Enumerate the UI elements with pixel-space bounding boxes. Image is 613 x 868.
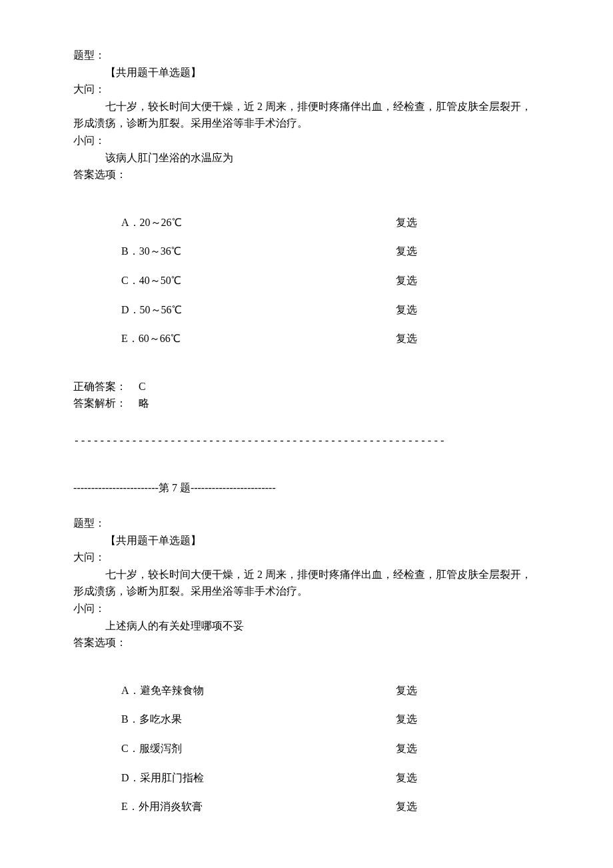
- q7-dawen-label: 大问：: [73, 549, 540, 566]
- q6-option-d[interactable]: D．50～56℃: [73, 301, 361, 319]
- q6-analysis-row: 答案解析： 略: [73, 395, 540, 412]
- q6-xiaowen-text: 该病人肛门坐浴的水温应为: [73, 149, 540, 167]
- q7-type-value: 【共用题干单选题】: [73, 532, 540, 549]
- q6-xiaowen-label: 小问：: [73, 132, 540, 149]
- fuxuan-label[interactable]: 复选: [361, 330, 417, 347]
- q7-option-c[interactable]: C．服缓泻剂: [73, 740, 361, 757]
- q7-option-row: E．外用消炎软膏 复选: [73, 798, 540, 815]
- q6-correct-label: 正确答案：: [73, 378, 127, 395]
- q6-option-row: D．50～56℃ 复选: [73, 301, 540, 319]
- q6-option-row: C．40～50℃ 复选: [73, 272, 540, 289]
- fuxuan-label[interactable]: 复选: [361, 301, 417, 319]
- q7-xiaowen-label: 小问：: [73, 600, 540, 617]
- q6-correct-row: 正确答案： C: [73, 378, 540, 395]
- fuxuan-label[interactable]: 复选: [361, 740, 417, 757]
- q7-option-e[interactable]: E．外用消炎软膏: [73, 798, 361, 815]
- q7-option-d[interactable]: D．采用肛门指检: [73, 769, 361, 787]
- q6-option-row: A．20～26℃ 复选: [73, 214, 540, 231]
- q7-option-b[interactable]: B．多吃水果: [73, 711, 361, 728]
- q6-option-c[interactable]: C．40～50℃: [73, 272, 361, 289]
- fuxuan-label[interactable]: 复选: [361, 711, 417, 728]
- q7-dawen-text: 七十岁，较长时间大便干燥，近 2 周来，排便时疼痛伴出血，经检查，肛管皮肤全层裂…: [73, 566, 540, 600]
- q7-xiaowen-text: 上述病人的有关处理哪项不妥: [73, 617, 540, 635]
- fuxuan-label[interactable]: 复选: [361, 214, 417, 231]
- fuxuan-label[interactable]: 复选: [361, 272, 417, 289]
- q6-option-a[interactable]: A．20～26℃: [73, 214, 361, 231]
- fuxuan-label[interactable]: 复选: [361, 682, 417, 699]
- q7-option-row: B．多吃水果 复选: [73, 711, 540, 728]
- q7-option-row: A．避免辛辣食物 复选: [73, 682, 540, 699]
- q6-type-value: 【共用题干单选题】: [73, 64, 540, 81]
- q6-analysis-value: 略: [127, 395, 149, 412]
- q6-option-row: E．60～66℃ 复选: [73, 330, 540, 347]
- fuxuan-label[interactable]: 复选: [361, 243, 417, 260]
- q6-option-b[interactable]: B．30～36℃: [73, 243, 361, 260]
- q6-analysis-label: 答案解析：: [73, 395, 127, 412]
- q6-correct-value: C: [127, 378, 146, 395]
- q7-option-row: D．采用肛门指检 复选: [73, 769, 540, 787]
- q7-type-label: 题型：: [73, 515, 540, 532]
- fuxuan-label[interactable]: 复选: [361, 769, 417, 787]
- q6-options-label: 答案选项：: [73, 166, 540, 183]
- q6-option-e[interactable]: E．60～66℃: [73, 330, 361, 347]
- fuxuan-label[interactable]: 复选: [361, 798, 417, 815]
- q7-options-label: 答案选项：: [73, 634, 540, 651]
- q7-option-a[interactable]: A．避免辛辣食物: [73, 682, 361, 699]
- question-number-divider: ------------------------第 7 题-----------…: [73, 479, 540, 497]
- q6-dawen-text: 七十岁，较长时间大便干燥，近 2 周来，排便时疼痛伴出血，经检查，肛管皮肤全层裂…: [73, 98, 540, 132]
- q7-option-row: C．服缓泻剂 复选: [73, 740, 540, 757]
- section-divider: ----------------------------------------…: [73, 432, 540, 449]
- q6-option-row: B．30～36℃ 复选: [73, 243, 540, 260]
- q6-type-label: 题型：: [73, 47, 540, 64]
- q6-dawen-label: 大问：: [73, 81, 540, 98]
